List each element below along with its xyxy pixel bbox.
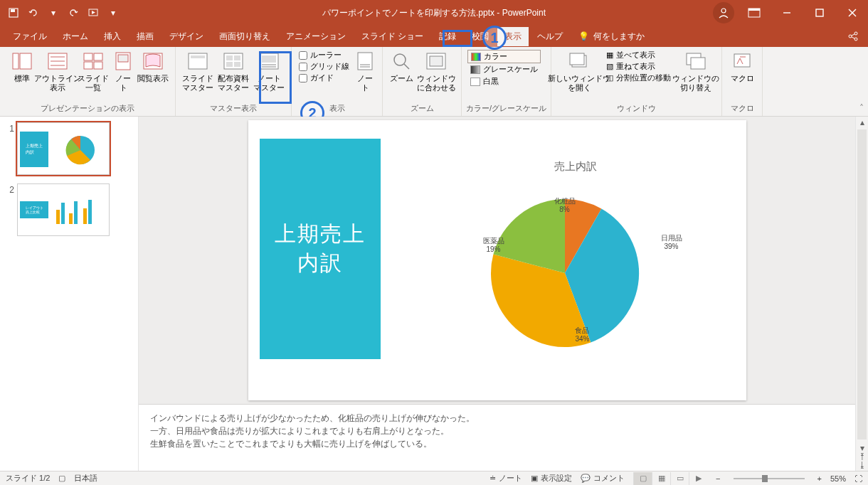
color-mode-button[interactable]: カラー xyxy=(467,50,541,63)
close-button[interactable] xyxy=(837,0,868,26)
slide-canvas[interactable]: 上期売上 内訳 売上内訳 化粧品8% 日用品39% xyxy=(248,120,746,400)
slide-sorter-button[interactable]: スライド 一覧 xyxy=(75,48,111,94)
pie-chart[interactable] xyxy=(483,191,647,355)
maximize-button[interactable] xyxy=(804,0,835,26)
tab-file[interactable]: ファイル xyxy=(6,27,54,46)
tab-help[interactable]: ヘルプ xyxy=(530,27,570,46)
notes-page-button[interactable]: ノー ト xyxy=(111,48,135,94)
outline-view-button[interactable]: アウトライン 表示 xyxy=(40,48,75,94)
comment-icon: 💬 xyxy=(581,474,591,483)
svg-rect-26 xyxy=(118,55,128,62)
cascade-icon: ▧ xyxy=(606,62,613,71)
vertical-scrollbar[interactable]: ▴ ▾ ⭱ ⭳ xyxy=(855,117,868,471)
share-button[interactable] xyxy=(844,27,862,46)
qat-customize-icon[interactable]: ▾ xyxy=(105,5,121,21)
new-window-button[interactable]: 新しいウィンドウ を開く xyxy=(556,48,603,94)
bw-mode-button[interactable]: 白黒 xyxy=(467,75,541,87)
slide-master-button[interactable]: スライド マスター xyxy=(180,48,216,94)
zoom-slider[interactable] xyxy=(734,478,805,479)
reading-view-icon[interactable]: ▭ xyxy=(670,472,689,485)
thumbnail-1[interactable]: 上期売上内訳 xyxy=(17,122,110,175)
undo-icon[interactable] xyxy=(26,5,41,21)
start-from-beginning-icon[interactable] xyxy=(85,5,101,21)
tab-animations[interactable]: アニメーション xyxy=(279,27,353,46)
slide-title-block[interactable]: 上期売上 内訳 xyxy=(260,139,381,359)
group-macro: マクロ マクロ xyxy=(722,47,763,116)
zoom-value[interactable]: 55% xyxy=(830,474,846,483)
svg-point-12 xyxy=(854,38,857,41)
arrange-all-button[interactable]: ▦並べて表示 xyxy=(604,50,673,60)
ruler-checkbox[interactable]: ルーラー xyxy=(299,50,349,60)
document-title: パワーポイントでノートを印刷する方法.pptx - PowerPoint xyxy=(322,7,546,19)
svg-rect-29 xyxy=(191,55,205,58)
svg-rect-54 xyxy=(69,213,73,224)
thumb-number: 1 xyxy=(3,122,14,134)
zoom-button[interactable]: ズーム xyxy=(387,48,416,85)
fit-to-window-icon[interactable]: ⛶ xyxy=(854,474,862,483)
tab-slideshow[interactable]: スライド ショー xyxy=(354,27,430,46)
grayscale-mode-button[interactable]: グレースケール xyxy=(467,63,541,75)
collapse-ribbon-icon[interactable]: ˄ xyxy=(859,103,864,113)
tell-me-label: 何をしますか xyxy=(593,31,645,43)
tab-record[interactable]: 記録 xyxy=(432,27,463,46)
slide-thumbnails: 1 上期売上内訳 2 レイアウト売上比較 xyxy=(0,117,139,471)
next-slide-icon[interactable]: ⭳ xyxy=(856,459,868,471)
normal-view-icon[interactable]: ▢ xyxy=(633,472,652,485)
tab-home[interactable]: ホーム xyxy=(55,27,95,46)
guides-checkbox[interactable]: ガイド xyxy=(299,73,349,83)
save-icon[interactable] xyxy=(6,5,21,21)
sorter-view-icon[interactable]: ▦ xyxy=(652,472,670,485)
notes-pane[interactable]: インバウンドによる売り上げが少なかったため、化粧品の売り上げが伸びなかった。 一… xyxy=(139,404,855,471)
notes-pane-button[interactable]: ノー ト xyxy=(352,48,378,94)
svg-point-10 xyxy=(849,35,852,38)
ribbon-display-icon[interactable] xyxy=(739,0,770,26)
chart-title[interactable]: 売上内訳 xyxy=(554,160,597,174)
tab-review[interactable]: 校閲 xyxy=(465,27,496,46)
split-icon: ◫ xyxy=(606,73,613,82)
reading-view-button[interactable]: 閲覧表示 xyxy=(135,48,171,85)
display-settings[interactable]: ▣表示設定 xyxy=(531,473,572,484)
notes-icon: ≐ xyxy=(489,474,496,483)
zoom-out-button[interactable]: − xyxy=(716,474,720,483)
ribbon-tabs: ファイル ホーム 挿入 描画 デザイン 画面切り替え アニメーション スライド … xyxy=(0,26,868,47)
account-avatar[interactable] xyxy=(713,2,734,23)
scroll-up-icon[interactable]: ▴ xyxy=(856,117,868,128)
tab-view[interactable]: 表示 xyxy=(497,27,529,46)
slideshow-view-icon[interactable]: ▶ xyxy=(689,472,707,485)
tab-insert[interactable]: 挿入 xyxy=(97,27,128,46)
notes-toggle[interactable]: ≐ノート xyxy=(489,473,522,484)
notes-master-button[interactable]: ノート マスター xyxy=(251,48,287,94)
undo-dropdown-icon[interactable]: ▾ xyxy=(46,5,61,21)
minimize-button[interactable] xyxy=(771,0,803,26)
pie-label-cosmetics: 化粧品8% xyxy=(554,197,576,214)
fit-window-button[interactable]: ウィンドウ に合わせる xyxy=(416,48,457,94)
tell-me[interactable]: 💡 何をしますか xyxy=(571,27,652,46)
thumbnail-2[interactable]: レイアウト売上比較 xyxy=(17,183,110,236)
language-indicator[interactable]: 日本語 xyxy=(74,473,97,484)
cascade-button[interactable]: ▧重ねて表示 xyxy=(604,61,673,72)
svg-line-14 xyxy=(852,37,854,38)
move-split-button[interactable]: ◫分割位置の移動 xyxy=(604,73,673,83)
svg-rect-34 xyxy=(234,62,240,67)
ribbon: 標準 アウトライン 表示 スライド 一覧 ノー ト 閲覧表示 プレゼンテーション… xyxy=(0,47,868,117)
arrange-icon: ▦ xyxy=(606,50,613,60)
tab-draw[interactable]: 描画 xyxy=(129,27,161,46)
tab-transitions[interactable]: 画面切り替え xyxy=(212,27,277,46)
gridlines-checkbox[interactable]: グリッド線 xyxy=(299,61,349,72)
svg-rect-45 xyxy=(430,56,443,66)
tab-design[interactable]: デザイン xyxy=(162,27,211,46)
group-zoom: ズーム ウィンドウ に合わせる ズーム xyxy=(383,47,462,116)
handout-master-button[interactable]: 配布資料 マスター xyxy=(216,48,251,94)
lightbulb-icon: 💡 xyxy=(578,31,589,41)
group-presentation-views: 標準 アウトライン 表示 スライド 一覧 ノー ト 閲覧表示 プレゼンテーション… xyxy=(0,47,176,116)
slide-indicator[interactable]: スライド 1/2 xyxy=(6,473,50,484)
switch-window-button[interactable]: ウィンドウの 切り替え xyxy=(674,48,717,94)
spellcheck-icon[interactable]: ▢ xyxy=(58,474,65,483)
svg-rect-47 xyxy=(570,53,584,65)
view-buttons: ▢ ▦ ▭ ▶ xyxy=(633,472,707,485)
comments-toggle[interactable]: 💬コメント xyxy=(581,473,625,484)
svg-rect-52 xyxy=(56,210,60,224)
macros-button[interactable]: マクロ xyxy=(726,48,758,85)
redo-icon[interactable] xyxy=(65,5,81,21)
zoom-in-button[interactable]: + xyxy=(817,474,822,483)
